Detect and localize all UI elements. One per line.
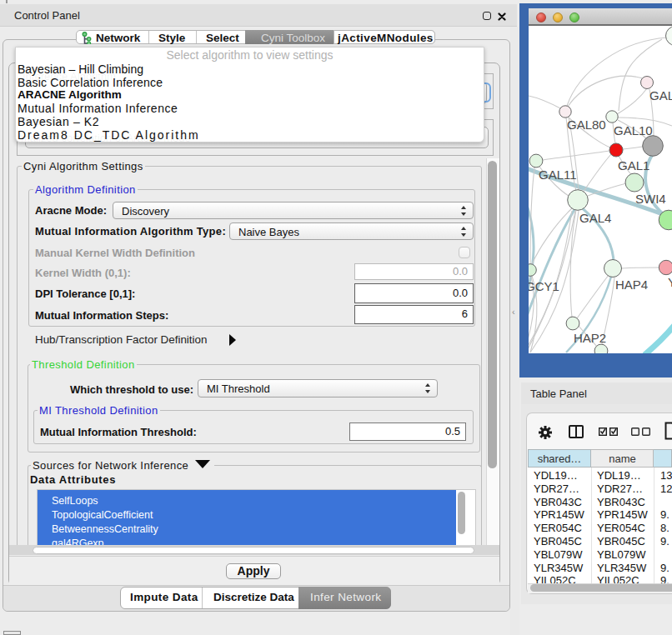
svg-text:GAL11: GAL11 (539, 168, 577, 182)
svg-text:GCY1: GCY1 (529, 279, 559, 293)
svg-text:Y: Y (668, 275, 672, 289)
svg-text:GAL1: GAL1 (618, 158, 649, 172)
svg-text:HAP4: HAP4 (615, 278, 648, 292)
svg-text:SWI4: SWI4 (635, 192, 666, 206)
svg-text:GAL80: GAL80 (567, 118, 606, 132)
svg-text:GAL4: GAL4 (579, 211, 611, 225)
svg-text:GAL2: GAL2 (649, 88, 672, 102)
svg-text:HAP2: HAP2 (574, 331, 606, 345)
svg-text:GAL10: GAL10 (614, 123, 653, 138)
